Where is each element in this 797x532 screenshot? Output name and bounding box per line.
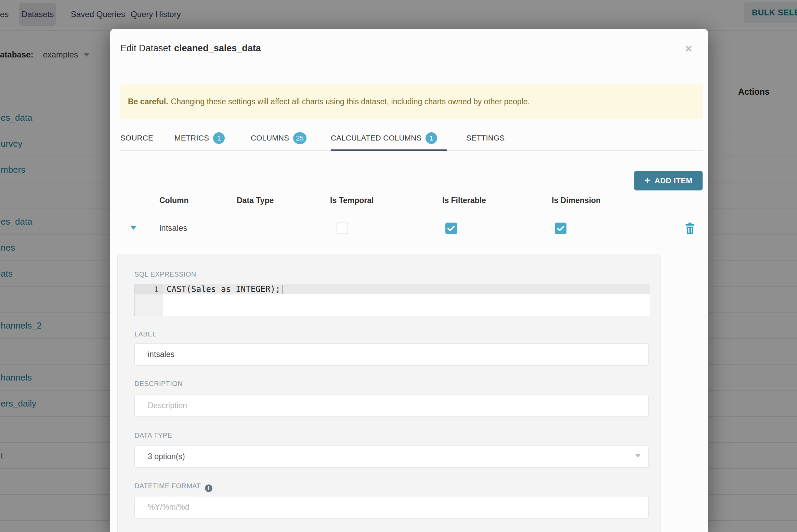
plus-icon: + xyxy=(644,174,651,186)
tab-metrics[interactable]: METRICS 1 xyxy=(174,125,225,151)
label-input[interactable] xyxy=(134,343,649,365)
table-header-divider xyxy=(120,214,703,214)
metrics-count-badge: 1 xyxy=(213,132,225,144)
active-tab-underline xyxy=(331,149,447,151)
modal-title-prefix: Edit Dataset xyxy=(120,43,171,54)
editor-print-margin xyxy=(561,284,561,316)
column-header-column: Column xyxy=(159,196,189,205)
is-temporal-checkbox[interactable] xyxy=(337,223,348,234)
tab-settings-label: SETTINGS xyxy=(466,134,505,143)
datetime-format-input[interactable] xyxy=(134,496,649,518)
add-item-label: ADD ITEM xyxy=(655,176,692,185)
calculated-column-detail-panel: SQL EXPRESSION 1 CAST(Sales as INTEGER);… xyxy=(117,254,661,532)
tab-columns[interactable]: COLUMNS 25 xyxy=(251,125,306,151)
data-type-field-label: DATA TYPE xyxy=(134,431,172,439)
tab-calculated-columns[interactable]: CALCULATED COLUMNS 1 xyxy=(331,125,437,151)
trash-icon xyxy=(685,223,695,234)
tab-source[interactable]: SOURCE xyxy=(120,125,153,151)
tab-metrics-label: METRICS xyxy=(174,134,209,143)
sql-expression-code[interactable]: CAST(Sales as INTEGER); xyxy=(167,284,280,294)
tab-source-label: SOURCE xyxy=(120,134,153,143)
delete-row-button[interactable] xyxy=(685,223,695,234)
editor-line-number: 1 xyxy=(135,284,163,294)
warning-bold-text: Be careful. xyxy=(128,97,168,106)
columns-count-badge: 25 xyxy=(293,132,306,144)
modal-header: Edit Dataset cleaned_sales_data ✕ xyxy=(110,29,708,67)
description-input[interactable] xyxy=(134,395,649,417)
calculated-column-name: intsales xyxy=(159,223,187,233)
close-icon[interactable]: ✕ xyxy=(681,41,696,56)
info-icon: i xyxy=(205,484,212,492)
column-header-is-temporal: Is Temporal xyxy=(330,196,374,205)
modal-title: Edit Dataset cleaned_sales_data xyxy=(120,29,261,67)
check-icon xyxy=(557,226,564,231)
screenshot-root: es Datasets Saved Queries Query History … xyxy=(0,0,797,532)
tab-settings[interactable]: SETTINGS xyxy=(466,125,505,151)
column-header-is-filterable: Is Filterable xyxy=(442,196,486,205)
data-type-select-value: 3 option(s) xyxy=(148,452,185,461)
check-icon xyxy=(447,226,455,231)
data-type-select[interactable]: 3 option(s) xyxy=(134,445,649,468)
label-field-label: LABEL xyxy=(134,330,156,338)
modal-title-dataset-name: cleaned_sales_data xyxy=(174,43,261,54)
description-field-label: DESCRIPTION xyxy=(134,380,183,388)
calculated-columns-count-badge: 1 xyxy=(426,132,437,144)
sql-expression-editor[interactable]: 1 CAST(Sales as INTEGER); xyxy=(134,284,650,316)
editor-gutter: 1 xyxy=(135,284,163,316)
column-header-is-dimension: Is Dimension xyxy=(552,196,601,205)
editor-text-cursor xyxy=(283,285,283,294)
edit-dataset-modal: Edit Dataset cleaned_sales_data ✕ Be car… xyxy=(110,29,708,532)
warning-banner: Be careful. Changing these settings will… xyxy=(120,84,703,119)
is-dimension-checkbox[interactable] xyxy=(555,223,566,234)
add-item-button[interactable]: + ADD ITEM xyxy=(634,171,703,190)
column-header-data-type: Data Type xyxy=(237,196,274,205)
warning-text: Changing these settings will affect all … xyxy=(171,97,530,106)
tab-columns-label: COLUMNS xyxy=(251,134,289,143)
datetime-format-label-text: DATETIME FORMAT xyxy=(134,482,201,490)
is-filterable-checkbox[interactable] xyxy=(445,223,457,234)
collapse-row-caret-icon[interactable] xyxy=(131,226,136,230)
sql-expression-label: SQL EXPRESSION xyxy=(134,270,196,278)
tab-calculated-columns-label: CALCULATED COLUMNS xyxy=(331,134,421,143)
datetime-format-field-label: DATETIME FORMATi xyxy=(134,482,212,492)
modal-tabs: SOURCE METRICS 1 COLUMNS 25 CALCULATED C… xyxy=(120,125,703,151)
chevron-down-icon xyxy=(635,454,641,457)
